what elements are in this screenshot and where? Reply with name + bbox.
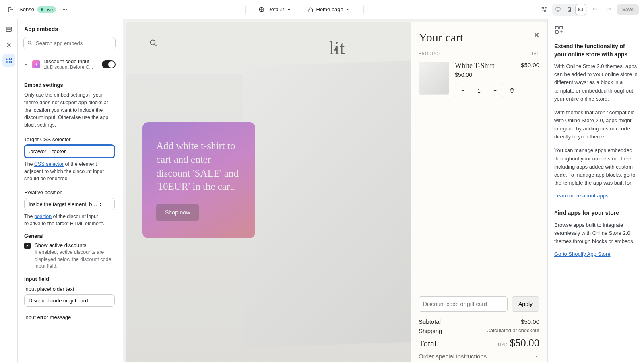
qty-value: 1 — [471, 83, 487, 98]
live-badge: Live — [37, 6, 56, 13]
sidebar: App embeds ✦ Discount code input Lit Dis… — [18, 19, 123, 362]
embed-toggle[interactable] — [102, 60, 116, 68]
learn-more-link[interactable]: Learn more about apps — [554, 193, 608, 199]
placeholder-label: Input placeholder text — [24, 286, 115, 292]
rail-app-embeds[interactable] — [2, 54, 15, 67]
separator — [245, 6, 246, 14]
item-unit-price: $50.00 — [455, 72, 515, 78]
more-button[interactable] — [59, 4, 70, 15]
svg-rect-8 — [6, 27, 11, 29]
exit-button[interactable] — [5, 4, 16, 15]
relpos-hint: The position of the discount input relat… — [24, 213, 115, 227]
rpanel-p1: With Online Store 2.0 themes, apps can b… — [554, 62, 638, 103]
placeholder-input[interactable] — [24, 294, 115, 307]
discount-input[interactable] — [419, 296, 508, 312]
inspector-button[interactable] — [539, 4, 550, 15]
show-active-checkbox[interactable] — [24, 243, 31, 249]
apply-button[interactable]: Apply — [512, 296, 539, 312]
show-active-help: If enabled, active discounts are display… — [35, 249, 115, 270]
chevron-down-icon — [23, 62, 29, 67]
page-dropdown[interactable]: Home page — [304, 5, 354, 14]
special-instructions[interactable]: Order special instructions — [419, 353, 539, 360]
sidebar-title: App embeds — [18, 19, 121, 37]
cart-footer: Apply Subtotal$50.00 ShippingCalculated … — [419, 289, 539, 362]
device-switcher — [552, 4, 587, 16]
shipping-label: Shipping — [419, 327, 442, 334]
fullwidth-button[interactable] — [576, 4, 586, 15]
target-css-input[interactable] — [24, 145, 115, 158]
search-icon — [27, 40, 33, 46]
remove-item-button[interactable] — [509, 87, 515, 94]
total-label: Total — [419, 338, 437, 349]
svg-rect-14 — [9, 61, 11, 63]
quantity-stepper: − 1 + — [455, 83, 503, 98]
cart-item: White T-Shirt $50.00 − 1 + — [419, 62, 539, 98]
show-active-label: Show active discounts — [35, 242, 115, 248]
svg-point-0 — [63, 9, 64, 10]
col-product: PRODUCT — [419, 51, 441, 56]
svg-rect-4 — [556, 8, 561, 10]
qty-decrease[interactable]: − — [455, 83, 471, 98]
rail-settings[interactable] — [2, 39, 15, 51]
cart-drawer: Your cart PRODUCT TOTAL White T-Shirt $5… — [411, 22, 547, 362]
chevron-down-icon — [534, 354, 539, 359]
css-selector-link[interactable]: CSS selector — [34, 161, 64, 167]
svg-rect-11 — [6, 58, 8, 60]
subtotal-label: Subtotal — [419, 318, 441, 325]
embed-settings-help: Only use the embed settings if your them… — [24, 91, 115, 129]
top-bar: Sense Live Default Home page — [0, 0, 644, 19]
desktop-button[interactable] — [553, 4, 564, 15]
embed-settings-heading: Embed settings — [24, 82, 115, 88]
svg-rect-17 — [555, 26, 558, 29]
apps-grid-icon[interactable] — [554, 25, 638, 35]
mobile-button[interactable] — [564, 4, 575, 15]
redo-button[interactable] — [603, 4, 614, 15]
svg-point-2 — [66, 9, 67, 10]
style-dropdown[interactable]: Default — [255, 5, 294, 14]
shipping-value: Calculated at checkout — [486, 327, 539, 334]
svg-rect-18 — [560, 26, 563, 29]
preview-area: ▴lit Home Catalog Cart Add white t-shirt… — [123, 19, 547, 362]
rail-sections[interactable] — [2, 23, 15, 36]
rpanel-heading-2: Find apps for your store — [554, 209, 638, 217]
search-input[interactable] — [23, 37, 116, 49]
separator — [363, 6, 364, 14]
svg-point-6 — [569, 10, 570, 11]
svg-rect-12 — [9, 58, 11, 60]
item-image — [419, 62, 449, 95]
general-heading: General — [24, 233, 115, 239]
rpanel-heading-1: Extend the functionality of your online … — [554, 43, 638, 58]
home-icon — [308, 6, 314, 13]
app-icon: ✦ — [32, 60, 40, 68]
target-hint: The CSS selector of the element adjacent… — [24, 160, 115, 182]
col-total: TOTAL — [525, 51, 539, 56]
globe-icon — [258, 6, 265, 13]
rpanel-p2: With themes that aren't compatible with … — [554, 109, 638, 141]
save-button[interactable]: Save — [617, 4, 639, 15]
svg-point-15 — [28, 41, 31, 44]
error-label: Input error message — [24, 314, 115, 320]
right-panel: Extend the functionality of your online … — [547, 19, 644, 362]
position-link[interactable]: position — [34, 214, 52, 219]
qty-increase[interactable]: + — [487, 83, 503, 98]
svg-point-10 — [8, 44, 10, 46]
app-store-link[interactable]: Go to Shopify App Store — [554, 251, 610, 257]
undo-button[interactable] — [589, 4, 601, 15]
chevron-down-icon — [346, 7, 351, 12]
embed-title: Discount code input — [43, 58, 99, 64]
left-rail — [0, 19, 18, 362]
relative-position-select[interactable]: Inside the target element, bef... — [24, 198, 115, 210]
target-label: Target CSS selector — [24, 136, 115, 142]
rpanel-p3: You can manage apps embedded throughout … — [554, 146, 638, 187]
item-name: White T-Shirt — [455, 62, 515, 70]
input-field-heading: Input field — [24, 276, 115, 282]
embed-subtitle: Lit Discount Before C... — [43, 64, 99, 70]
item-line-total: $50.00 — [521, 62, 539, 98]
currency: USD — [498, 342, 507, 347]
total-value: $50.00 — [510, 337, 539, 348]
relative-position-label: Relative position — [24, 189, 115, 195]
embed-row[interactable]: ✦ Discount code input Lit Discount Befor… — [18, 55, 121, 73]
cart-close-button[interactable] — [532, 31, 541, 39]
subtotal-value: $50.00 — [521, 318, 539, 325]
cart-title: Your cart — [419, 31, 539, 44]
